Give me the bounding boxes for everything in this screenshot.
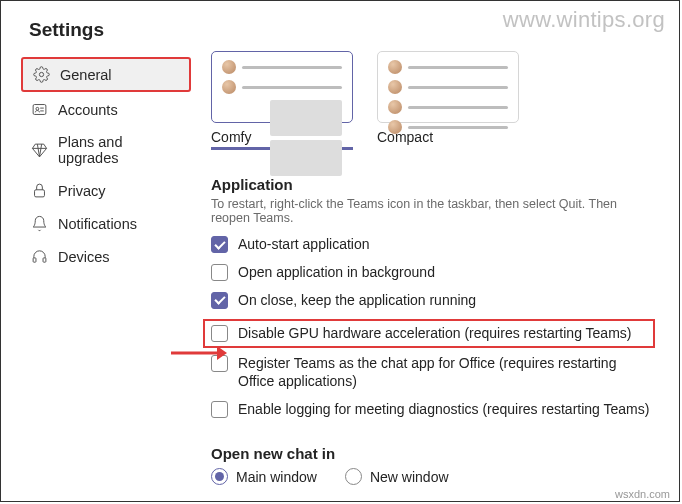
headset-icon bbox=[31, 248, 48, 265]
radio-icon[interactable] bbox=[211, 468, 228, 485]
checkbox-icon[interactable] bbox=[211, 401, 228, 418]
radio-label: New window bbox=[370, 469, 449, 485]
sidebar-item-label: Plans and upgrades bbox=[58, 134, 181, 166]
svg-rect-1 bbox=[33, 105, 46, 115]
option-keep-running[interactable]: On close, keep the application running bbox=[211, 291, 655, 310]
sidebar-item-label: Accounts bbox=[58, 102, 118, 118]
radio-icon[interactable] bbox=[345, 468, 362, 485]
theme-compact-label: Compact bbox=[377, 129, 519, 149]
checkbox-icon[interactable] bbox=[211, 325, 228, 342]
checkbox-icon[interactable] bbox=[211, 292, 228, 309]
annotation-arrow-icon bbox=[169, 344, 227, 366]
option-enable-logging[interactable]: Enable logging for meeting diagnostics (… bbox=[211, 400, 655, 419]
application-section-subtitle: To restart, right-click the Teams icon i… bbox=[211, 197, 655, 225]
settings-main: Comfy Compact Application To restart, ri… bbox=[201, 57, 679, 485]
sidebar-item-accounts[interactable]: Accounts bbox=[21, 94, 191, 125]
option-open-background[interactable]: Open application in background bbox=[211, 263, 655, 282]
checkbox-icon[interactable] bbox=[211, 236, 228, 253]
svg-rect-5 bbox=[43, 258, 46, 262]
option-label: Register Teams as the chat app for Offic… bbox=[238, 354, 655, 392]
sidebar-item-notifications[interactable]: Notifications bbox=[21, 208, 191, 239]
sidebar-item-plans[interactable]: Plans and upgrades bbox=[21, 127, 191, 173]
radio-label: Main window bbox=[236, 469, 317, 485]
id-card-icon bbox=[31, 101, 48, 118]
option-register-chat[interactable]: Register Teams as the chat app for Offic… bbox=[211, 354, 655, 392]
settings-sidebar: General Accounts Plans and upgrades Priv… bbox=[1, 57, 201, 485]
option-autostart[interactable]: Auto-start application bbox=[211, 235, 655, 254]
sidebar-item-label: Devices bbox=[58, 249, 110, 265]
credits-text: wsxdn.com bbox=[615, 488, 670, 500]
radio-new-window[interactable]: New window bbox=[345, 468, 449, 485]
theme-compact[interactable]: Compact bbox=[377, 51, 519, 150]
application-section-title: Application bbox=[211, 176, 655, 193]
diamond-icon bbox=[31, 142, 48, 159]
svg-marker-7 bbox=[217, 346, 227, 360]
bell-icon bbox=[31, 215, 48, 232]
sidebar-item-devices[interactable]: Devices bbox=[21, 241, 191, 272]
svg-point-2 bbox=[36, 107, 39, 110]
svg-rect-4 bbox=[33, 258, 36, 262]
open-chat-section-title: Open new chat in bbox=[211, 445, 655, 462]
watermark-text: www.wintips.org bbox=[503, 7, 665, 33]
highlight-gpu-setting: Disable GPU hardware acceleration (requi… bbox=[203, 319, 655, 348]
option-label: On close, keep the application running bbox=[238, 291, 476, 310]
option-label: Open application in background bbox=[238, 263, 435, 282]
theme-compact-preview bbox=[377, 51, 519, 123]
lock-icon bbox=[31, 182, 48, 199]
svg-point-0 bbox=[39, 72, 43, 76]
checkbox-icon[interactable] bbox=[211, 264, 228, 281]
option-disable-gpu[interactable]: Disable GPU hardware acceleration (requi… bbox=[211, 324, 647, 343]
option-label: Auto-start application bbox=[238, 235, 370, 254]
gear-icon bbox=[33, 66, 50, 83]
svg-rect-3 bbox=[35, 190, 45, 197]
sidebar-item-label: Notifications bbox=[58, 216, 137, 232]
sidebar-item-general[interactable]: General bbox=[21, 57, 191, 92]
option-label: Disable GPU hardware acceleration (requi… bbox=[238, 324, 631, 343]
option-label: Enable logging for meeting diagnostics (… bbox=[238, 400, 649, 419]
theme-comfy-preview bbox=[211, 51, 353, 123]
radio-main-window[interactable]: Main window bbox=[211, 468, 317, 485]
sidebar-item-label: Privacy bbox=[58, 183, 106, 199]
sidebar-item-privacy[interactable]: Privacy bbox=[21, 175, 191, 206]
sidebar-item-label: General bbox=[60, 67, 112, 83]
theme-comfy[interactable]: Comfy bbox=[211, 51, 353, 150]
